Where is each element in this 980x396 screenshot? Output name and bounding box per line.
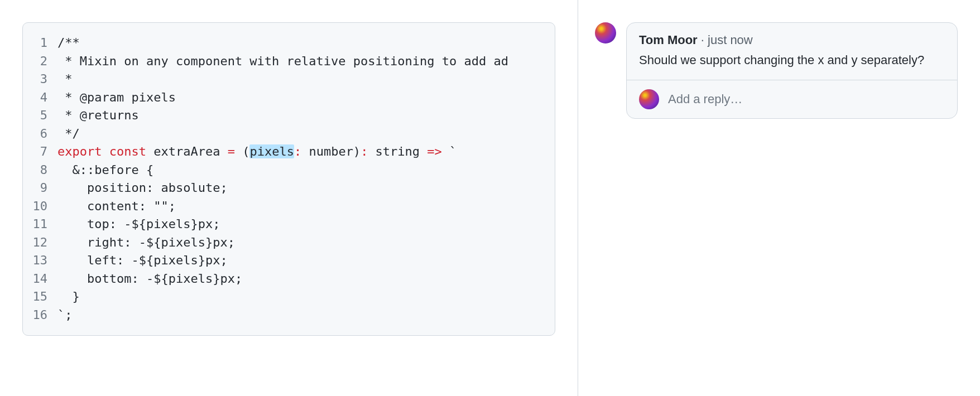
line-content: bottom: -${pixels}px; bbox=[57, 270, 555, 288]
line-content: position: absolute; bbox=[57, 179, 555, 197]
line-number: 13 bbox=[23, 252, 57, 270]
code-block[interactable]: 1/**2 * Mixin on any component with rela… bbox=[22, 22, 555, 336]
line-content: /** bbox=[57, 34, 555, 52]
code-line[interactable]: 15 } bbox=[23, 288, 555, 306]
line-content: */ bbox=[57, 125, 555, 143]
line-content: * @param pixels bbox=[57, 89, 555, 107]
line-content: export const extraArea = (pixels: number… bbox=[57, 143, 555, 161]
code-line[interactable]: 1/** bbox=[23, 34, 555, 52]
comments-pane: Tom Moor · just now Should we support ch… bbox=[578, 0, 980, 396]
comment-thread: Tom Moor · just now Should we support ch… bbox=[595, 22, 958, 119]
line-number: 14 bbox=[23, 270, 57, 288]
code-line[interactable]: 5 * @returns bbox=[23, 107, 555, 125]
line-number: 16 bbox=[23, 306, 57, 325]
comment-header: Tom Moor · just now bbox=[639, 33, 945, 47]
code-line[interactable]: 13 left: -${pixels}px; bbox=[23, 252, 555, 270]
code-line[interactable]: 12 right: -${pixels}px; bbox=[23, 234, 555, 252]
line-content: } bbox=[57, 288, 555, 306]
line-number: 15 bbox=[23, 288, 57, 306]
line-content: * bbox=[57, 70, 555, 89]
code-line[interactable]: 3 * bbox=[23, 70, 555, 89]
line-number: 11 bbox=[23, 215, 57, 234]
line-content: content: ""; bbox=[57, 197, 555, 216]
avatar bbox=[595, 22, 616, 44]
code-line[interactable]: 9 position: absolute; bbox=[23, 179, 555, 197]
code-line[interactable]: 2 * Mixin on any component with relative… bbox=[23, 52, 555, 71]
line-number: 5 bbox=[23, 107, 57, 125]
line-number: 8 bbox=[23, 161, 57, 180]
line-content: left: -${pixels}px; bbox=[57, 252, 555, 270]
avatar bbox=[639, 89, 659, 109]
line-number: 2 bbox=[23, 52, 57, 71]
line-content: * Mixin on any component with relative p… bbox=[57, 52, 555, 71]
line-content: `; bbox=[57, 306, 555, 325]
comment-body: Tom Moor · just now Should we support ch… bbox=[627, 23, 957, 80]
reply-input[interactable] bbox=[668, 92, 945, 107]
code-line[interactable]: 10 content: ""; bbox=[23, 197, 555, 216]
code-line[interactable]: 8 &::before { bbox=[23, 161, 555, 180]
line-number: 10 bbox=[23, 197, 57, 216]
comment-card: Tom Moor · just now Should we support ch… bbox=[626, 22, 958, 119]
code-line[interactable]: 6 */ bbox=[23, 125, 555, 143]
line-content: &::before { bbox=[57, 161, 555, 180]
line-number: 12 bbox=[23, 234, 57, 252]
code-line[interactable]: 4 * @param pixels bbox=[23, 89, 555, 107]
line-number: 1 bbox=[23, 34, 57, 52]
line-number: 3 bbox=[23, 70, 57, 89]
line-number: 4 bbox=[23, 89, 57, 107]
code-line[interactable]: 16`; bbox=[23, 306, 555, 325]
code-pane: 1/**2 * Mixin on any component with rela… bbox=[0, 0, 578, 396]
code-line[interactable]: 14 bottom: -${pixels}px; bbox=[23, 270, 555, 288]
comment-separator: · bbox=[698, 33, 708, 47]
comment-text: Should we support changing the x and y s… bbox=[639, 51, 945, 70]
comment-author: Tom Moor bbox=[639, 33, 698, 47]
code-line[interactable]: 11 top: -${pixels}px; bbox=[23, 215, 555, 234]
line-content: right: -${pixels}px; bbox=[57, 234, 555, 252]
reply-box bbox=[627, 80, 957, 118]
line-content: * @returns bbox=[57, 107, 555, 125]
code-line[interactable]: 7export const extraArea = (pixels: numbe… bbox=[23, 143, 555, 161]
line-number: 6 bbox=[23, 125, 57, 143]
line-number: 7 bbox=[23, 143, 57, 161]
line-content: top: -${pixels}px; bbox=[57, 215, 555, 234]
comment-time: just now bbox=[708, 33, 753, 47]
line-number: 9 bbox=[23, 179, 57, 197]
